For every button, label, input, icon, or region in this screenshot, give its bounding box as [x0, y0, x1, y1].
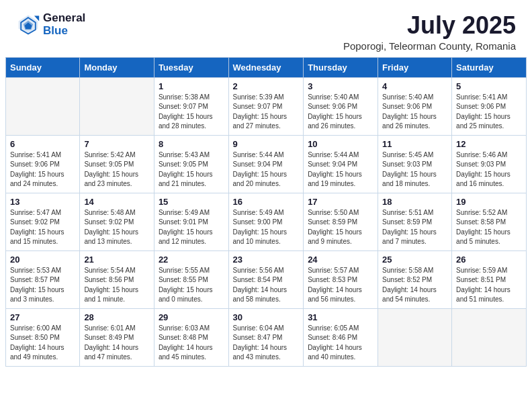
title-block: July 2025 Poporogi, Teleorman County, Ro… — [343, 12, 516, 52]
day-info: Sunrise: 5:48 AM Sunset: 9:02 PM Dayligh… — [84, 208, 150, 247]
day-info: Sunrise: 5:54 AM Sunset: 8:56 PM Dayligh… — [84, 266, 150, 305]
day-info: Sunrise: 6:04 AM Sunset: 8:47 PM Dayligh… — [233, 324, 300, 363]
calendar-day-cell: 10Sunrise: 5:44 AM Sunset: 9:04 PM Dayli… — [304, 135, 378, 193]
day-info: Sunrise: 5:49 AM Sunset: 9:00 PM Dayligh… — [233, 208, 300, 247]
calendar-day-cell: 18Sunrise: 5:51 AM Sunset: 8:59 PM Dayli… — [378, 193, 452, 250]
logo-general: General — [43, 12, 85, 25]
day-info: Sunrise: 5:38 AM Sunset: 9:07 PM Dayligh… — [159, 93, 224, 132]
day-number: 14 — [84, 197, 150, 207]
calendar-week-row: 27Sunrise: 6:00 AM Sunset: 8:50 PM Dayli… — [6, 308, 527, 366]
month-title: July 2025 — [343, 12, 516, 39]
calendar-body: 1Sunrise: 5:38 AM Sunset: 9:07 PM Daylig… — [6, 77, 527, 366]
day-number: 27 — [10, 312, 75, 322]
day-number: 12 — [456, 139, 522, 149]
calendar-week-row: 13Sunrise: 5:47 AM Sunset: 9:02 PM Dayli… — [6, 193, 527, 250]
day-number: 23 — [233, 255, 300, 265]
day-number: 25 — [382, 255, 447, 265]
calendar-day-cell: 3Sunrise: 5:40 AM Sunset: 9:06 PM Daylig… — [304, 77, 378, 135]
day-info: Sunrise: 5:47 AM Sunset: 9:02 PM Dayligh… — [10, 208, 75, 247]
calendar-day-cell: 31Sunrise: 6:05 AM Sunset: 8:46 PM Dayli… — [304, 308, 378, 366]
calendar-header: SundayMondayTuesdayWednesdayThursdayFrid… — [6, 57, 527, 77]
calendar-day-cell: 20Sunrise: 5:53 AM Sunset: 8:57 PM Dayli… — [6, 250, 80, 308]
day-info: Sunrise: 5:46 AM Sunset: 9:03 PM Dayligh… — [456, 150, 522, 189]
day-number: 2 — [233, 81, 300, 91]
weekday-header: Monday — [80, 57, 154, 77]
calendar-week-row: 6Sunrise: 5:41 AM Sunset: 9:06 PM Daylig… — [6, 135, 527, 193]
weekday-header: Tuesday — [154, 57, 228, 77]
day-number: 30 — [233, 312, 300, 322]
calendar-day-cell: 28Sunrise: 6:01 AM Sunset: 8:49 PM Dayli… — [80, 308, 154, 366]
weekday-header: Thursday — [304, 57, 378, 77]
calendar-day-cell: 17Sunrise: 5:50 AM Sunset: 8:59 PM Dayli… — [304, 193, 378, 250]
calendar-day-cell: 7Sunrise: 5:42 AM Sunset: 9:05 PM Daylig… — [80, 135, 154, 193]
day-number: 15 — [159, 197, 224, 207]
day-number: 22 — [159, 255, 224, 265]
calendar-day-cell: 30Sunrise: 6:04 AM Sunset: 8:47 PM Dayli… — [228, 308, 304, 366]
day-number: 1 — [159, 81, 224, 91]
calendar-day-cell: 23Sunrise: 5:56 AM Sunset: 8:54 PM Dayli… — [228, 250, 304, 308]
weekday-row: SundayMondayTuesdayWednesdayThursdayFrid… — [6, 57, 527, 77]
day-number: 9 — [233, 139, 300, 149]
calendar-wrapper: SundayMondayTuesdayWednesdayThursdayFrid… — [0, 57, 532, 372]
calendar-day-cell: 5Sunrise: 5:41 AM Sunset: 9:06 PM Daylig… — [452, 77, 527, 135]
day-number: 17 — [308, 197, 373, 207]
calendar-day-cell: 22Sunrise: 5:55 AM Sunset: 8:55 PM Dayli… — [154, 250, 228, 308]
logo: General Blue — [16, 12, 85, 37]
location-title: Poporogi, Teleorman County, Romania — [343, 40, 516, 52]
weekday-header: Wednesday — [228, 57, 304, 77]
calendar-week-row: 20Sunrise: 5:53 AM Sunset: 8:57 PM Dayli… — [6, 250, 527, 308]
day-info: Sunrise: 5:40 AM Sunset: 9:06 PM Dayligh… — [382, 93, 447, 132]
day-info: Sunrise: 5:49 AM Sunset: 9:01 PM Dayligh… — [159, 208, 224, 247]
day-info: Sunrise: 5:40 AM Sunset: 9:06 PM Dayligh… — [308, 93, 373, 132]
calendar-day-cell: 13Sunrise: 5:47 AM Sunset: 9:02 PM Dayli… — [6, 193, 80, 250]
calendar-day-cell: 21Sunrise: 5:54 AM Sunset: 8:56 PM Dayli… — [80, 250, 154, 308]
calendar-day-cell: 9Sunrise: 5:44 AM Sunset: 9:04 PM Daylig… — [228, 135, 304, 193]
day-number: 13 — [10, 197, 75, 207]
day-info: Sunrise: 6:03 AM Sunset: 8:48 PM Dayligh… — [159, 324, 224, 363]
day-info: Sunrise: 5:44 AM Sunset: 9:04 PM Dayligh… — [308, 150, 373, 189]
day-info: Sunrise: 5:44 AM Sunset: 9:04 PM Dayligh… — [233, 150, 300, 189]
weekday-header: Sunday — [6, 57, 80, 77]
day-info: Sunrise: 6:01 AM Sunset: 8:49 PM Dayligh… — [84, 324, 150, 363]
day-number: 8 — [159, 139, 224, 149]
calendar-day-cell: 27Sunrise: 6:00 AM Sunset: 8:50 PM Dayli… — [6, 308, 80, 366]
calendar-day-cell: 4Sunrise: 5:40 AM Sunset: 9:06 PM Daylig… — [378, 77, 452, 135]
day-info: Sunrise: 5:52 AM Sunset: 8:58 PM Dayligh… — [456, 208, 522, 247]
page-header: General Blue July 2025 Poporogi, Teleorm… — [0, 0, 532, 57]
day-number: 31 — [308, 312, 373, 322]
calendar-day-cell: 19Sunrise: 5:52 AM Sunset: 8:58 PM Dayli… — [452, 193, 527, 250]
day-number: 19 — [456, 197, 522, 207]
calendar-day-cell: 11Sunrise: 5:45 AM Sunset: 9:03 PM Dayli… — [378, 135, 452, 193]
day-info: Sunrise: 5:42 AM Sunset: 9:05 PM Dayligh… — [84, 150, 150, 189]
day-info: Sunrise: 5:57 AM Sunset: 8:53 PM Dayligh… — [308, 266, 373, 305]
day-number: 4 — [382, 81, 447, 91]
logo-text: General Blue — [43, 12, 85, 37]
calendar-day-cell: 15Sunrise: 5:49 AM Sunset: 9:01 PM Dayli… — [154, 193, 228, 250]
calendar-day-cell — [378, 308, 452, 366]
weekday-header: Friday — [378, 57, 452, 77]
logo-icon — [16, 13, 40, 37]
day-number: 28 — [84, 312, 150, 322]
calendar-week-row: 1Sunrise: 5:38 AM Sunset: 9:07 PM Daylig… — [6, 77, 527, 135]
calendar-day-cell: 16Sunrise: 5:49 AM Sunset: 9:00 PM Dayli… — [228, 193, 304, 250]
calendar-day-cell: 26Sunrise: 5:59 AM Sunset: 8:51 PM Dayli… — [452, 250, 527, 308]
day-number: 24 — [308, 255, 373, 265]
day-number: 29 — [159, 312, 224, 322]
day-number: 20 — [10, 255, 75, 265]
calendar-day-cell: 6Sunrise: 5:41 AM Sunset: 9:06 PM Daylig… — [6, 135, 80, 193]
calendar-day-cell: 14Sunrise: 5:48 AM Sunset: 9:02 PM Dayli… — [80, 193, 154, 250]
day-number: 6 — [10, 139, 75, 149]
calendar-table: SundayMondayTuesdayWednesdayThursdayFrid… — [5, 57, 527, 367]
calendar-day-cell — [452, 308, 527, 366]
day-number: 18 — [382, 197, 447, 207]
day-info: Sunrise: 5:39 AM Sunset: 9:07 PM Dayligh… — [233, 93, 300, 132]
day-info: Sunrise: 6:00 AM Sunset: 8:50 PM Dayligh… — [10, 324, 75, 363]
day-info: Sunrise: 5:43 AM Sunset: 9:05 PM Dayligh… — [159, 150, 224, 189]
calendar-day-cell — [80, 77, 154, 135]
day-number: 10 — [308, 139, 373, 149]
day-info: Sunrise: 5:56 AM Sunset: 8:54 PM Dayligh… — [233, 266, 300, 305]
day-info: Sunrise: 5:45 AM Sunset: 9:03 PM Dayligh… — [382, 150, 447, 189]
day-number: 11 — [382, 139, 447, 149]
calendar-day-cell — [6, 77, 80, 135]
calendar-day-cell: 12Sunrise: 5:46 AM Sunset: 9:03 PM Dayli… — [452, 135, 527, 193]
